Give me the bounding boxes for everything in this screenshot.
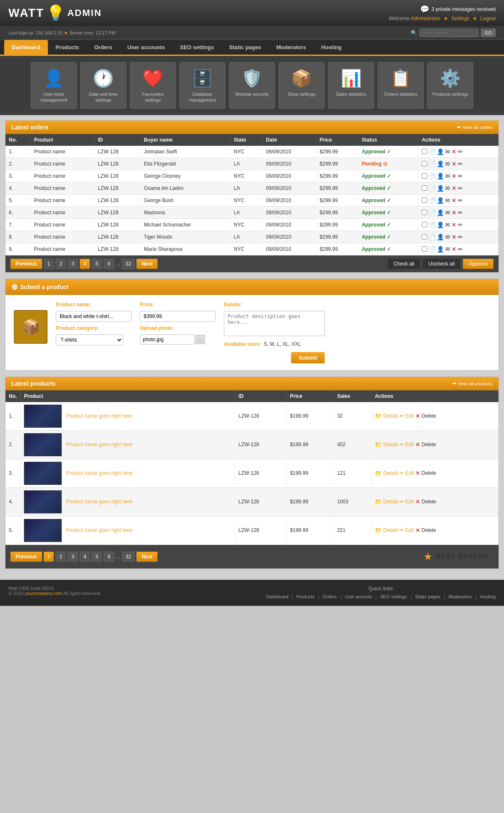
email-icon[interactable]: ✉ [445,234,450,240]
user-icon[interactable]: 👤 [437,148,444,155]
products-prev-page-button[interactable]: Previous [10,552,42,562]
row-checkbox[interactable] [422,210,427,215]
view-all-orders-link[interactable]: ➡ View all orders [457,124,493,130]
email-icon[interactable]: ✉ [445,246,450,253]
delete-icon[interactable]: ✕ [452,148,457,155]
product-name-link[interactable]: Product name goes right here [66,413,132,419]
company-link[interactable]: yourcompany.com [25,591,62,596]
nav-item-moderators[interactable]: Moderators [269,40,314,55]
user-icon[interactable]: 👤 [437,185,444,192]
user-icon[interactable]: 👤 [437,234,444,240]
delete-icon[interactable]: ✕ [452,197,457,204]
row-checkbox[interactable] [422,234,427,239]
nav-item-dashboard[interactable]: Dashboard [4,40,48,55]
edit-link[interactable]: Edit [405,442,414,447]
details-link[interactable]: Details [383,413,399,419]
delete-icon[interactable]: ✕ [452,185,457,192]
view-icon[interactable]: 📄 [428,148,436,155]
page-number-button[interactable]: 4 [80,259,90,269]
nav-item-user-accounts[interactable]: User accounts [120,40,173,55]
edit-icon[interactable]: ✏ [458,197,463,204]
email-icon[interactable]: ✉ [445,173,450,179]
product-name-link[interactable]: Product name goes right here [66,499,132,505]
delete-icon[interactable]: ✕ [452,160,457,167]
email-icon[interactable]: ✉ [445,221,450,228]
email-icon[interactable]: ✉ [445,197,450,204]
details-link[interactable]: Details [383,527,399,533]
products-page-number-button[interactable]: 4 [80,552,90,562]
nav-item-products[interactable]: Products [48,40,87,55]
footer-link[interactable]: User acounts [345,594,372,600]
widget-item[interactable]: 🕐Date and time settings [80,62,126,109]
view-icon[interactable]: 📄 [428,246,436,253]
view-icon[interactable]: 📄 [428,185,436,192]
product-name-link[interactable]: Product name goes right here [66,470,132,476]
admin-user-link[interactable]: Administrator [411,16,441,21]
settings-link[interactable]: Settings [451,16,469,21]
edit-link[interactable]: Edit [405,527,414,533]
edit-link[interactable]: Edit [405,470,414,476]
footer-link[interactable]: SEO settings [380,594,407,600]
details-link[interactable]: Details [383,442,399,447]
row-checkbox[interactable] [422,185,427,191]
product-name-link[interactable]: Product name goes right here [66,442,132,447]
delete-icon[interactable]: ✕ [452,234,457,240]
edit-icon[interactable]: ✏ [458,246,463,253]
user-icon[interactable]: 👤 [437,221,444,228]
widget-item[interactable]: 👤User tools management [31,62,77,109]
row-checkbox[interactable] [422,222,427,227]
prev-page-button[interactable]: Previous [10,259,42,269]
row-checkbox[interactable] [422,149,427,154]
products-page-number-button[interactable]: 3 [68,552,78,562]
products-page-number-button[interactable]: 6 [104,552,114,562]
products-page-number-button[interactable]: 5 [92,552,102,562]
email-icon[interactable]: ✉ [445,185,450,192]
page-number-button[interactable]: 5 [92,259,102,269]
nav-item-hosting[interactable]: Hosting [314,40,349,55]
details-link[interactable]: Details [383,470,399,476]
email-icon[interactable]: ✉ [445,209,450,216]
view-icon[interactable]: 📄 [428,160,436,167]
edit-icon[interactable]: ✏ [458,173,463,179]
product-name-input[interactable] [56,311,131,322]
widget-item[interactable]: ⚙️Products settings [427,62,473,109]
widget-item[interactable]: 🛡️Website security [229,62,275,109]
email-icon[interactable]: ✉ [445,160,450,167]
widget-item[interactable]: 📦Shop settings [278,62,325,109]
search-input[interactable] [420,29,478,37]
product-name-link[interactable]: Product name goes right here [66,527,132,533]
widget-item[interactable]: 📊Sales statistics [328,62,374,109]
edit-icon[interactable]: ✏ [458,160,463,167]
row-checkbox[interactable] [422,197,427,203]
footer-link[interactable]: Dashboard [266,594,289,600]
widget-item[interactable]: ❤️Favourites settings [130,62,176,109]
row-checkbox[interactable] [422,173,427,179]
user-icon[interactable]: 👤 [437,209,444,216]
uncheck-all-button[interactable]: Uncheck all [423,259,460,269]
file-input[interactable] [140,334,194,345]
view-icon[interactable]: 📄 [428,234,436,240]
nav-item-seo-settings[interactable]: SEO settings [172,40,221,55]
view-icon[interactable]: 📄 [428,197,436,204]
widget-item[interactable]: 📋Orders statistics [378,62,424,109]
user-icon[interactable]: 👤 [437,160,444,167]
price-input[interactable] [140,311,215,322]
page-number-button[interactable]: 32 [122,259,135,269]
products-page-number-button[interactable]: 1 [44,552,54,562]
user-icon[interactable]: 👤 [437,246,444,253]
approve-button[interactable]: Approve [463,259,494,269]
submit-product-button[interactable]: Submit [291,352,325,363]
footer-link[interactable]: Hosting [480,594,496,600]
products-page-number-button[interactable]: 32 [122,552,135,562]
next-page-button[interactable]: Next [136,259,158,269]
edit-link[interactable]: Edit [405,499,414,505]
page-number-button[interactable]: 2 [55,259,66,269]
edit-icon[interactable]: ✏ [458,148,463,155]
page-number-button[interactable]: 3 [68,259,78,269]
edit-icon[interactable]: ✏ [458,234,463,240]
delete-link[interactable]: Delete [422,413,436,419]
view-all-products-link[interactable]: ➡ View all products [452,381,493,386]
product-category-select[interactable]: T-shirts [56,334,123,345]
delete-icon[interactable]: ✕ [452,173,457,179]
delete-link[interactable]: Delete [422,527,436,533]
